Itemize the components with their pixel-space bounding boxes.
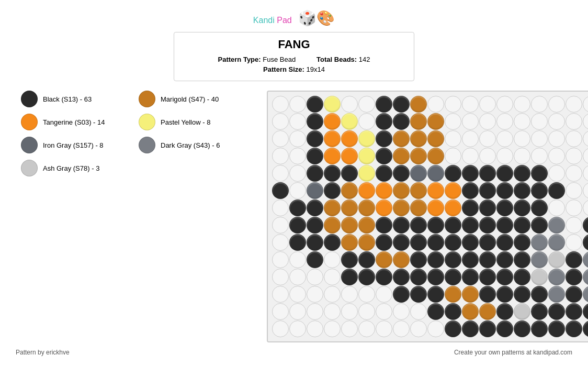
bead-19	[272, 113, 289, 130]
bead-98	[324, 182, 341, 199]
bead-47	[427, 130, 444, 147]
bead-146	[496, 217, 513, 234]
bead-107	[479, 182, 496, 199]
color-swatch-ash_gray	[21, 160, 38, 176]
bead-119	[358, 199, 375, 216]
color-label-ash_gray: Ash Gray (S78) - 3	[43, 164, 99, 172]
bead-91	[531, 165, 548, 182]
bead-182	[462, 251, 479, 268]
bead-222	[496, 286, 513, 303]
bead-216	[393, 286, 410, 303]
bead-50	[479, 130, 496, 147]
bead-34	[531, 113, 548, 130]
bead-45	[393, 130, 410, 147]
bead-20	[289, 113, 306, 130]
bead-36	[566, 113, 582, 130]
bead-243	[531, 303, 548, 320]
bead-33	[514, 113, 530, 130]
bead-246	[583, 303, 588, 320]
bead-18	[583, 96, 588, 113]
bead-136	[324, 217, 341, 234]
bead-247	[272, 320, 289, 337]
bead-100	[358, 182, 375, 199]
bead-128	[514, 199, 530, 216]
bead-214	[358, 286, 375, 303]
bead-217	[410, 286, 427, 303]
bead-89	[496, 165, 513, 182]
bead-226	[566, 286, 582, 303]
bead-1	[289, 96, 306, 113]
bead-154	[307, 234, 323, 251]
bead-262	[531, 320, 548, 337]
bead-96	[289, 182, 306, 199]
bead-49	[462, 130, 479, 147]
color-label-black: Black (S13) - 63	[43, 95, 92, 103]
bead-159	[393, 234, 410, 251]
bead-121	[393, 199, 410, 216]
bead-147	[514, 217, 530, 234]
bead-28	[427, 113, 444, 130]
bead-111	[548, 182, 565, 199]
bead-187	[548, 251, 565, 268]
bead-149	[548, 217, 565, 234]
color-swatch-tangerine	[21, 114, 38, 130]
bead-108	[496, 182, 513, 199]
bead-85	[427, 165, 444, 182]
bead-16	[548, 96, 565, 113]
bead-145	[479, 217, 496, 234]
bead-189	[583, 251, 588, 268]
bead-224	[531, 286, 548, 303]
bead-203	[496, 269, 513, 285]
bead-116	[307, 199, 323, 216]
pattern-title: FANG	[185, 38, 403, 51]
bead-58	[289, 148, 306, 164]
bead-201	[462, 269, 479, 285]
bead-148	[531, 217, 548, 234]
bead-64	[393, 148, 410, 164]
bead-241	[496, 303, 513, 320]
bead-84	[410, 165, 427, 182]
bead-12	[479, 96, 496, 113]
bead-138	[358, 217, 375, 234]
bead-185	[514, 251, 530, 268]
logo-kandi: Kandi	[253, 16, 275, 25]
bead-164	[479, 234, 496, 251]
bead-105	[445, 182, 461, 199]
bead-27	[410, 113, 427, 130]
bead-59	[307, 148, 323, 164]
bead-41	[324, 130, 341, 147]
bead-199	[427, 269, 444, 285]
bead-67	[445, 148, 461, 164]
bead-9	[427, 96, 444, 113]
bead-73	[548, 148, 565, 164]
bead-54	[548, 130, 565, 147]
bead-150	[566, 217, 582, 234]
bead-209	[272, 286, 289, 303]
bead-75	[583, 148, 588, 164]
bead-240	[479, 303, 496, 320]
bead-183	[479, 251, 496, 268]
bead-175	[341, 251, 358, 268]
bead-250	[324, 320, 341, 337]
bead-113	[583, 182, 588, 199]
bead-88	[479, 165, 496, 182]
bead-127	[496, 199, 513, 216]
legend-panel: Black (S13) - 63 Marigold (S47) - 40 Tan…	[16, 91, 256, 342]
bead-248	[289, 320, 306, 337]
bead-44	[376, 130, 392, 147]
bead-61	[341, 148, 358, 164]
bead-114	[272, 199, 289, 216]
bead-257	[445, 320, 461, 337]
legend-item-tangerine: Tangerine (S03) - 14	[21, 114, 133, 130]
bead-21	[307, 113, 323, 130]
bead-92	[548, 165, 565, 182]
bead-66	[427, 148, 444, 164]
bead-191	[289, 269, 306, 285]
bead-160	[410, 234, 427, 251]
bead-234	[376, 303, 392, 320]
bead-235	[393, 303, 410, 320]
bead-grid	[272, 96, 588, 337]
bead-32	[496, 113, 513, 130]
footer-right: Create your own patterns at kandipad.com	[454, 349, 572, 356]
main-content: Black (S13) - 63 Marigold (S47) - 40 Tan…	[0, 91, 588, 342]
